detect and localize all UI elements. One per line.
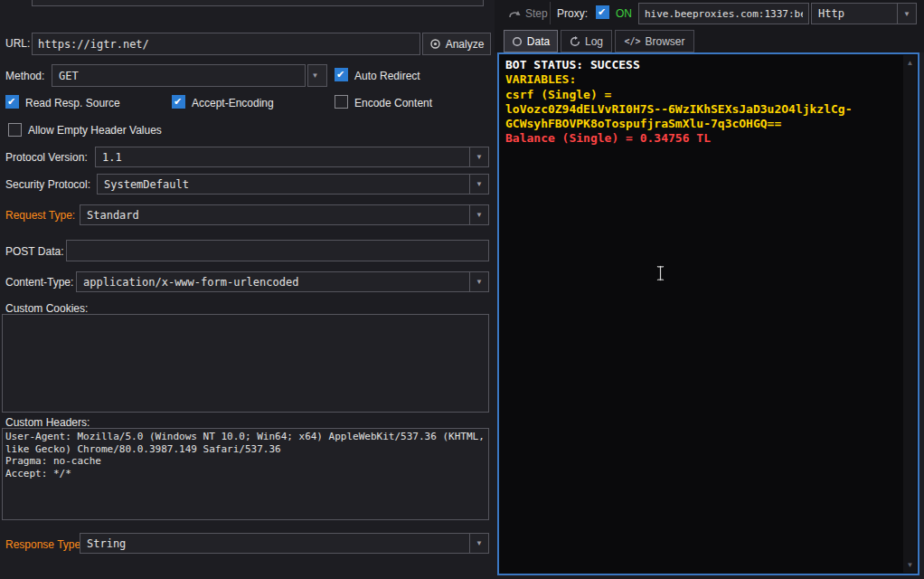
truncated-top-field[interactable] (32, 0, 484, 6)
proxy-on-checkbox[interactable] (596, 5, 609, 19)
proxy-label: Proxy: (557, 7, 588, 20)
security-protocol-value: SystemDefault (98, 175, 469, 194)
read-resp-source-label: Read Resp. Source (25, 97, 120, 109)
security-protocol-select[interactable]: SystemDefault (97, 174, 489, 195)
chevron-down-icon[interactable] (469, 205, 488, 224)
request-type-label: Request Type: (5, 209, 75, 222)
auto-redirect-checkbox[interactable] (335, 68, 348, 81)
protocol-version-value: 1.1 (96, 147, 469, 166)
analyze-label: Analyze (446, 38, 485, 51)
chevron-down-icon[interactable] (469, 534, 488, 553)
chevron-down-icon[interactable] (897, 4, 916, 24)
allow-empty-header-values-label: Allow Empty Header Values (28, 124, 162, 137)
console-line: BOT STATUS: SUCCESS (505, 58, 898, 72)
chevron-down-icon[interactable] (469, 272, 488, 291)
url-label: URL: (5, 37, 30, 50)
content-type-label: Content-Type: (5, 276, 73, 289)
log-icon (570, 36, 580, 47)
proxy-input[interactable] (638, 3, 809, 24)
protocol-version-label: Protocol Version: (5, 151, 88, 164)
tab-label: Log (585, 35, 603, 48)
content-type-value: application/x-www-form-urlencoded (77, 272, 469, 291)
tab-label: Browser (646, 35, 685, 48)
content-type-select[interactable]: application/x-www-form-urlencoded (76, 271, 489, 292)
protocol-version-select[interactable]: 1.1 (95, 147, 489, 167)
read-resp-source-checkbox[interactable] (5, 95, 19, 109)
chevron-down-icon[interactable] (469, 147, 488, 166)
console-line: VARIABLES: (505, 72, 898, 87)
scroll-up-icon[interactable] (903, 56, 917, 70)
tab-browser[interactable]: Browser (615, 30, 694, 52)
console-line: Balance (Single) = 0.34756 TL (505, 131, 898, 146)
console-output: BOT STATUS: SUCCESSVARIABLES:csrf (Singl… (505, 58, 898, 147)
post-data-input[interactable] (66, 240, 489, 261)
tab-label: Data (527, 35, 550, 48)
custom-headers-label: Custom Headers: (5, 416, 90, 429)
method-select[interactable]: GET (52, 64, 306, 87)
accept-encoding-checkbox[interactable] (172, 95, 185, 109)
encode-content-checkbox[interactable] (335, 95, 348, 109)
step-button[interactable]: Step (503, 3, 553, 24)
chevron-down-icon[interactable] (469, 175, 488, 194)
method-label: Method: (5, 70, 44, 82)
tab-data[interactable]: Data (504, 30, 558, 52)
proxy-type-select[interactable]: Http (811, 3, 917, 24)
encode-content-label: Encode Content (354, 97, 432, 109)
data-icon (512, 36, 523, 47)
response-type-label: Response Type: (5, 538, 84, 551)
response-type-value: String (80, 534, 469, 553)
browser-icon (624, 36, 640, 46)
auto-redirect-label: Auto Redirect (354, 70, 420, 82)
request-type-select[interactable]: Standard (80, 204, 489, 225)
tab-log[interactable]: Log (561, 30, 612, 52)
custom-headers-textarea[interactable] (2, 428, 489, 520)
console-line: csrf (Single) = (505, 88, 898, 102)
proxy-on-label: ON (616, 7, 632, 20)
console-line: GCWsyhFBOVPK8oTospufjraSmXlu-7q3cOHGQ== (505, 117, 898, 131)
request-type-value: Standard (80, 205, 469, 224)
analyze-button[interactable]: Analyze (422, 33, 491, 55)
allow-empty-header-values-checkbox[interactable] (8, 123, 22, 137)
step-label: Step (525, 7, 548, 20)
response-type-select[interactable]: String (80, 533, 489, 554)
console-scrollbar[interactable] (903, 55, 917, 573)
method-value: GET (52, 65, 305, 86)
step-arrow-icon (508, 8, 521, 19)
analyze-icon (429, 38, 441, 50)
request-builder-window: URL: Analyze Method: GET Auto Redirect R… (0, 0, 924, 579)
console-line: loVozc0Z94dELVvRI0H7S--6WzIKhSEXsJaD3u2O… (505, 102, 898, 117)
bot-log-panel: BOT STATUS: SUCCESSVARIABLES:csrf (Singl… (497, 52, 919, 575)
security-protocol-label: Security Protocol: (5, 178, 90, 191)
topbar-divider (550, 2, 551, 24)
custom-cookies-label: Custom Cookies: (5, 302, 88, 315)
custom-cookies-textarea[interactable] (2, 314, 489, 413)
scroll-down-icon[interactable] (903, 558, 917, 572)
proxy-type-value: Http (812, 4, 897, 24)
accept-encoding-label: Accept-Encoding (192, 97, 274, 109)
post-data-label: POST Data: (5, 245, 63, 258)
method-dropdown-button[interactable] (307, 64, 327, 87)
url-input[interactable] (32, 33, 420, 55)
